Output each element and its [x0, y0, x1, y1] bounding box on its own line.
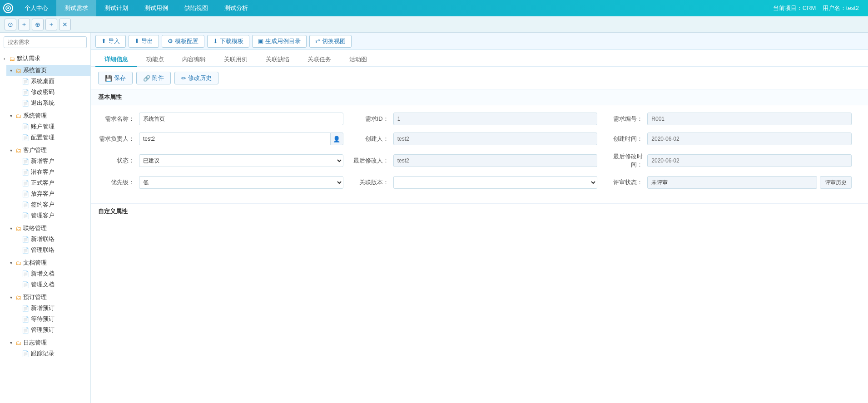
main-toolbar: ⊙ ＋ ⊕ ＋ ✕ — [0, 16, 868, 33]
import-button[interactable]: ⬆ 导入 — [95, 35, 126, 48]
doc-icon-2-1: 📄 — [22, 169, 29, 176]
nav-analysis[interactable]: 测试分析 — [216, 0, 256, 16]
tree-children-2: 📄新增客户 📄潜在客户 📄正式客户 📄放弃客户 📄签约客户 📄管理客户 — [6, 156, 90, 221]
toolbar-btn-3[interactable]: ⊕ — [32, 19, 44, 30]
label-review-status: 评审状态： — [606, 178, 647, 187]
tree-leaf-2-2: 正式客户 — [31, 179, 55, 187]
tree-item-desktop[interactable]: 📄 系统桌面 — [13, 76, 90, 87]
tree-item-abandon[interactable]: 📄放弃客户 — [13, 188, 90, 199]
export-button[interactable]: ⬇ 导出 — [129, 35, 159, 48]
chevron-down-icon-2: ▾ — [10, 148, 15, 153]
tree-leaf-4-0: 新增文档 — [31, 270, 55, 278]
history-icon: ✏ — [181, 75, 186, 82]
tab-content[interactable]: 内容编辑 — [173, 53, 215, 67]
tree-item-pwd[interactable]: 📄 修改密码 — [13, 87, 90, 98]
doc-icon-3-1: 📄 — [22, 247, 29, 254]
tab-related-cases[interactable]: 关联用例 — [215, 53, 257, 67]
tree-leaf-5-1: 等待预订 — [31, 315, 55, 323]
doc-icon-1-1: 📄 — [22, 134, 29, 141]
toolbar-btn-4[interactable]: ＋ — [45, 19, 57, 30]
tab-activity[interactable]: 活动图 — [340, 53, 376, 67]
tree-item-adddoc[interactable]: 📄新增文档 — [13, 268, 90, 279]
svg-point-2 — [7, 7, 9, 9]
tree-item-docmgmt[interactable]: ▾ 🗂 文档管理 — [6, 257, 90, 268]
tree-root-item[interactable]: ▪ 🗂 默认需求 — [0, 53, 90, 64]
input-req-name[interactable] — [139, 113, 343, 125]
toolbar-btn-2[interactable]: ＋ — [18, 19, 30, 30]
chevron-down-icon-4: ▾ — [10, 260, 15, 265]
tree-item-addcontact[interactable]: 📄新增联络 — [13, 234, 90, 245]
save-button[interactable]: 💾 保存 — [98, 72, 133, 84]
nav-personal[interactable]: 个人中心 — [16, 0, 56, 16]
folder-icon-0: 🗂 — [15, 67, 21, 74]
label-priority: 优先级： — [98, 178, 139, 187]
select-related-version[interactable] — [393, 176, 598, 189]
template-label: 模板配置 — [175, 37, 198, 45]
tree-item-addbooking[interactable]: 📄新增预订 — [13, 303, 90, 314]
owner-select-button[interactable]: 👤 — [331, 133, 343, 145]
tree-item-config[interactable]: 📄 配置管理 — [13, 132, 90, 143]
tree-item-addcust[interactable]: 📄新增客户 — [13, 156, 90, 167]
tree-item-waitbooking[interactable]: 📄等待预订 — [13, 314, 90, 324]
tree-item-managedoc[interactable]: 📄管理文档 — [13, 279, 90, 290]
label-related-version: 关联版本： — [352, 178, 393, 187]
import-icon: ⬆ — [101, 38, 106, 44]
toolbar-btn-1[interactable]: ⊙ — [5, 19, 16, 30]
nav-plan[interactable]: 测试计划 — [96, 0, 136, 16]
tree-label-5: 预订管理 — [23, 293, 47, 301]
tree-item-managecontact[interactable]: 📄管理联络 — [13, 245, 90, 256]
tree-item-prospect[interactable]: 📄潜在客户 — [13, 167, 90, 177]
search-input[interactable] — [4, 36, 87, 48]
tree-item-bookingmgmt[interactable]: ▾ 🗂 预订管理 — [6, 292, 90, 303]
tree-item-signed[interactable]: 📄签约客户 — [13, 199, 90, 210]
input-owner[interactable] — [139, 133, 331, 145]
tree-item-sysindex[interactable]: ▾ 🗂 系统首页 — [6, 65, 90, 76]
folder-icon: 🗂 — [9, 55, 15, 62]
tree-root: ▪ 🗂 默认需求 ▾ 🗂 系统首页 📄 系统桌面 — [0, 52, 90, 361]
tree-item-custmgmt[interactable]: ▾ 🗂 客户管理 — [6, 145, 90, 156]
project-user-info: 当前项目：CRM 用户名：test2 — [773, 4, 868, 12]
select-status[interactable]: 已建议 已确认 已完成 已拒绝 — [139, 154, 343, 167]
attachment-button[interactable]: 🔗 附件 — [136, 72, 171, 84]
form-area: 💾 保存 🔗 附件 ✏ 修改历史 基本属性 需求名称： — [91, 67, 868, 403]
tree-leaf-1-0: 账户管理 — [31, 123, 55, 131]
doc-icon-2-4: 📄 — [22, 202, 29, 208]
field-status: 状态： 已建议 已确认 已完成 已拒绝 — [98, 152, 352, 169]
select-priority[interactable]: 低 中 高 紧急 — [139, 176, 343, 189]
template-config-button[interactable]: ⚙ 模板配置 — [162, 35, 204, 48]
toolbar-btn-5[interactable]: ✕ — [59, 19, 71, 30]
tree-children-0: 📄 系统桌面 📄 修改密码 📄 退出系统 — [6, 76, 90, 108]
sidebar-search-container — [0, 33, 90, 52]
tab-features[interactable]: 功能点 — [137, 53, 173, 67]
action-toolbar: ⬆ 导入 ⬇ 导出 ⚙ 模板配置 ⬇ 下载模板 ▣ 生成用例目录 ⇄ 切换视图 — [91, 33, 868, 50]
tree-item-account[interactable]: 📄 账户管理 — [13, 121, 90, 132]
review-history-button[interactable]: 评审历史 — [820, 176, 852, 189]
generate-cases-button[interactable]: ▣ 生成用例目录 — [252, 35, 307, 48]
tree-item-trace[interactable]: 📄跟踪记录 — [13, 348, 90, 359]
app-logo — [0, 0, 16, 16]
tab-detail[interactable]: 详细信息 — [95, 53, 137, 67]
tree-item-managecust[interactable]: 📄管理客户 — [13, 210, 90, 221]
tab-related-defects[interactable]: 关联缺陷 — [257, 53, 298, 67]
tree-item-contactmgmt[interactable]: ▾ 🗂 联络管理 — [6, 223, 90, 234]
history-button[interactable]: ✏ 修改历史 — [174, 72, 218, 84]
switch-view-button[interactable]: ⇄ 切换视图 — [309, 35, 352, 48]
tree-item-logout[interactable]: 📄 退出系统 — [13, 98, 90, 108]
generate-label: 生成用例目录 — [265, 37, 301, 45]
nav-cases[interactable]: 测试用例 — [136, 0, 176, 16]
tree-leaf-2-3: 放弃客户 — [31, 190, 55, 198]
tree-item-managebooking[interactable]: 📄管理预订 — [13, 324, 90, 335]
nav-defects[interactable]: 缺陷视图 — [176, 0, 216, 16]
tree-leaf-0-2: 退出系统 — [31, 99, 55, 107]
field-last-modifier: 最后修改人： — [352, 152, 607, 169]
input-review-status — [647, 176, 817, 189]
nav-requirements[interactable]: 测试需求 — [56, 0, 96, 16]
tree-item-sysmgmt[interactable]: ▾ 🗂 系统管理 — [6, 110, 90, 121]
download-template-button[interactable]: ⬇ 下载模板 — [207, 35, 249, 48]
folder-icon-2: 🗂 — [15, 147, 21, 154]
tab-related-tasks[interactable]: 关联任务 — [298, 53, 340, 67]
tree-item-formal[interactable]: 📄正式客户 — [13, 177, 90, 188]
attachment-icon: 🔗 — [143, 75, 150, 82]
tree-item-logmgmt[interactable]: ▾ 🗂 日志管理 — [6, 337, 90, 348]
chevron-down-icon-1: ▾ — [10, 113, 15, 118]
